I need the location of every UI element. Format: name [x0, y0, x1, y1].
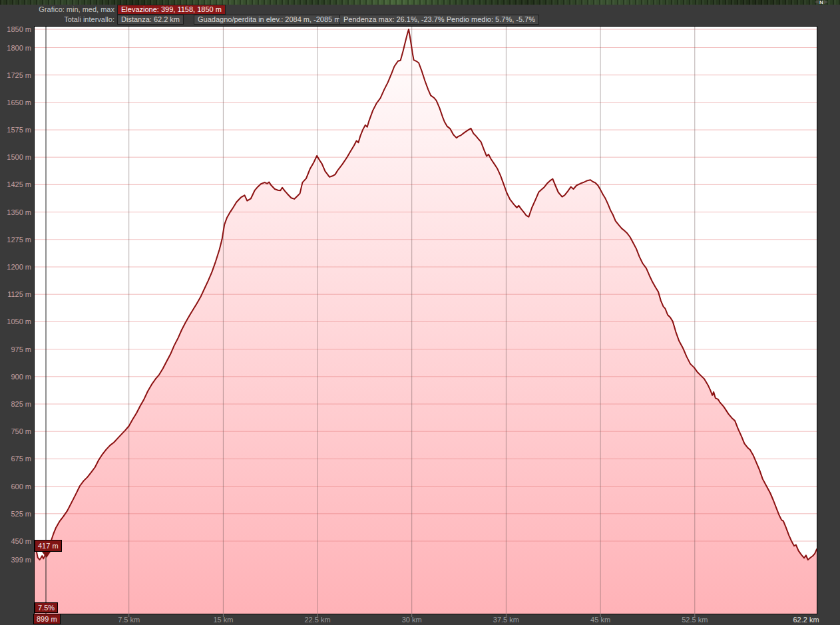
y-tick-label: 1200 m [7, 263, 31, 271]
y-axis-labels: 1850 m1800 m1725 m1650 m1575 m1500 m1425… [7, 25, 31, 564]
y-tick-label: 1850 m [7, 25, 31, 33]
y-tick-label: 750 m [11, 427, 31, 435]
y-tick-label: 675 m [11, 455, 31, 463]
cursor-slope-label: 7.5% [35, 602, 58, 613]
y-tick-label: 1500 m [7, 153, 31, 161]
x-tick-label: 45 km [590, 616, 610, 624]
cursor-elevation-label: 417 m [35, 540, 62, 552]
cursor-distance-label: 899 m [33, 614, 61, 624]
x-tick-label: 30 km [402, 616, 422, 624]
y-tick-label: 399 m [11, 556, 31, 564]
y-tick-label: 1425 m [7, 180, 31, 188]
x-tick-label: 52.5 km [682, 616, 708, 624]
y-tick-label: 1725 m [7, 71, 31, 79]
x-tick-label: 15 km [213, 616, 233, 624]
y-tick-label: 1050 m [7, 317, 31, 325]
elevation-profile-panel: N Grafico: min, med, max Elevazione: 399… [0, 0, 840, 625]
y-tick-label: 1275 m [7, 236, 31, 244]
y-tick-label: 1650 m [7, 99, 31, 106]
y-tick-label: 1575 m [7, 126, 31, 134]
x-axis-labels: 7.5 km15 km22.5 km30 km37.5 km45 km52.5 … [118, 616, 819, 624]
y-tick-label: 450 m [11, 537, 31, 545]
y-tick-label: 1800 m [7, 44, 31, 52]
x-tick-label: 7.5 km [118, 616, 140, 624]
y-tick-label: 975 m [11, 345, 31, 353]
y-tick-label: 1125 m [7, 290, 31, 298]
elevation-profile-plot[interactable]: 1850 m1800 m1725 m1650 m1575 m1500 m1425… [0, 0, 840, 625]
y-tick-label: 1350 m [7, 208, 31, 216]
x-end-tick-label: 62.2 km [793, 616, 819, 624]
y-tick-label: 600 m [11, 483, 31, 491]
y-tick-label: 900 m [11, 373, 31, 381]
x-tick-label: 22.5 km [304, 616, 330, 624]
y-tick-label: 525 m [11, 510, 31, 518]
y-tick-label: 825 m [11, 400, 31, 408]
x-tick-label: 37.5 km [493, 616, 519, 624]
